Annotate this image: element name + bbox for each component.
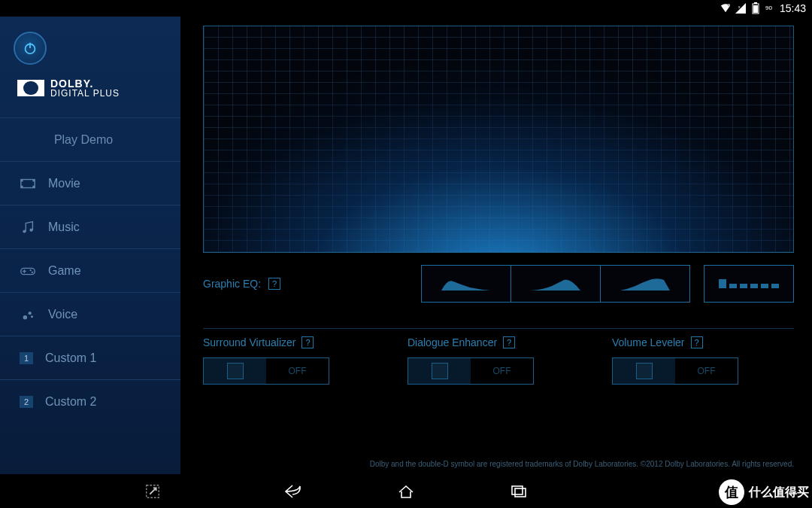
curve-a-icon (440, 274, 492, 294)
graphic-eq-label: Graphic EQ: (203, 278, 261, 290)
eq-preset-2[interactable] (511, 265, 601, 303)
badge-2-icon: 2 (20, 396, 33, 408)
android-status-bar: x 90 15:43 (0, 0, 812, 17)
svg-point-0 (728, 4, 731, 7)
surround-toggle[interactable]: OFF (203, 357, 329, 385)
clock: 15:43 (780, 2, 806, 14)
recent-button[interactable] (508, 480, 530, 503)
curve-b-icon (529, 274, 582, 294)
app-root: DOLBY. DIGITAL PLUS Play Demo Movie Musi… (0, 17, 812, 474)
blocks-icon (719, 279, 779, 288)
android-nav-bar (0, 474, 812, 508)
eq-preset-1[interactable] (421, 265, 511, 303)
eq-preset-3[interactable] (600, 265, 690, 303)
svg-rect-24 (512, 486, 523, 494)
sidebar-item-label: Movie (48, 177, 80, 190)
double-d-icon (17, 80, 44, 96)
watermark: 值 什么值得买 (719, 479, 809, 505)
home-icon (396, 483, 416, 500)
svg-marker-1 (735, 3, 746, 14)
help-icon[interactable]: ? (268, 278, 280, 290)
svg-rect-11 (32, 179, 35, 181)
volume-toggle[interactable]: OFF (612, 357, 738, 385)
svg-rect-25 (515, 488, 526, 497)
sidebar-item-label: Game (48, 264, 81, 278)
sidebar-item-label: Voice (48, 308, 77, 321)
sidebar-item-custom2[interactable]: 2 Custom 2 (0, 379, 180, 423)
battery-icon (750, 3, 761, 14)
toggle-knob (432, 363, 448, 379)
surround-group: Surround Virtualizer ? OFF (203, 336, 385, 385)
eq-visualizer[interactable] (203, 26, 794, 253)
eq-label-row: Graphic EQ: ? (203, 278, 280, 290)
help-icon[interactable]: ? (503, 336, 515, 348)
curve-c-icon (619, 274, 671, 294)
svg-point-18 (29, 269, 31, 270)
svg-point-14 (29, 228, 32, 231)
brand-logo: DOLBY. DIGITAL PLUS (14, 65, 167, 104)
back-button[interactable] (282, 480, 304, 503)
toggle-off-text: OFF (471, 358, 533, 384)
home-button[interactable] (395, 480, 417, 503)
svg-rect-4 (754, 2, 757, 4)
sidebar: DOLBY. DIGITAL PLUS Play Demo Movie Musi… (0, 17, 180, 474)
svg-rect-10 (21, 185, 23, 187)
sidebar-item-game[interactable]: Game (0, 248, 180, 292)
back-icon (283, 483, 303, 500)
toggle-knob (636, 363, 653, 379)
brand-line1: DOLBY. (50, 78, 120, 89)
wifi-icon (720, 3, 731, 14)
power-button[interactable] (14, 32, 47, 65)
eq-presets (422, 265, 794, 303)
battery-level: 90 (765, 5, 772, 11)
toggle-knob (227, 363, 244, 379)
svg-point-19 (32, 271, 33, 272)
sidebar-item-label: Custom 1 (45, 351, 96, 365)
svg-point-22 (31, 315, 33, 318)
watermark-text: 什么值得买 (749, 485, 809, 500)
dialogue-label: Dialogue Enhancer (408, 336, 497, 348)
brand-line2: DIGITAL PLUS (50, 89, 120, 98)
recent-icon (510, 484, 528, 499)
dialogue-group: Dialogue Enhancer ? OFF (408, 336, 589, 385)
sidebar-item-movie[interactable]: Movie (0, 161, 180, 205)
toggles-row: Surround Virtualizer ? OFF Dialogue Enha… (203, 336, 794, 385)
divider (203, 328, 794, 329)
svg-point-20 (23, 315, 27, 319)
signal-icon: x (735, 3, 746, 14)
sidebar-item-custom1[interactable]: 1 Custom 1 (0, 336, 180, 379)
svg-point-21 (29, 312, 32, 315)
volume-label: Volume Leveler (612, 336, 685, 348)
svg-rect-9 (21, 179, 23, 181)
help-icon[interactable]: ? (301, 336, 314, 348)
svg-rect-12 (32, 185, 35, 187)
sidebar-item-music[interactable]: Music (0, 205, 180, 248)
dialogue-toggle[interactable]: OFF (408, 357, 534, 385)
sidebar-item-label: Custom 2 (45, 395, 96, 409)
toggle-off-text: OFF (675, 358, 738, 384)
gamepad-icon (20, 263, 36, 279)
surround-label: Surround Virtualizer (203, 336, 295, 348)
watermark-badge: 值 (719, 479, 744, 505)
trademark-footer: Dolby and the double-D symbol are regist… (203, 454, 794, 468)
play-demo-button[interactable]: Play Demo (0, 117, 180, 161)
volume-group: Volume Leveler ? OFF (612, 336, 794, 385)
svg-rect-5 (753, 5, 758, 13)
screenshot-button[interactable] (141, 480, 164, 503)
eq-preset-custom[interactable] (704, 265, 794, 303)
help-icon[interactable]: ? (691, 336, 703, 348)
main-panel: Graphic EQ: ? (180, 17, 812, 474)
power-icon (22, 40, 38, 56)
music-icon (20, 219, 36, 236)
toggle-off-text: OFF (266, 358, 329, 384)
badge-1-icon: 1 (20, 352, 33, 364)
screenshot-icon (144, 483, 161, 500)
film-icon (20, 175, 36, 192)
svg-text:x: x (738, 5, 741, 9)
voice-icon (20, 306, 36, 323)
svg-point-13 (23, 230, 26, 233)
sidebar-item-label: Music (48, 221, 80, 234)
svg-rect-8 (21, 179, 35, 187)
play-demo-label: Play Demo (54, 133, 113, 147)
sidebar-item-voice[interactable]: Voice (0, 292, 180, 336)
